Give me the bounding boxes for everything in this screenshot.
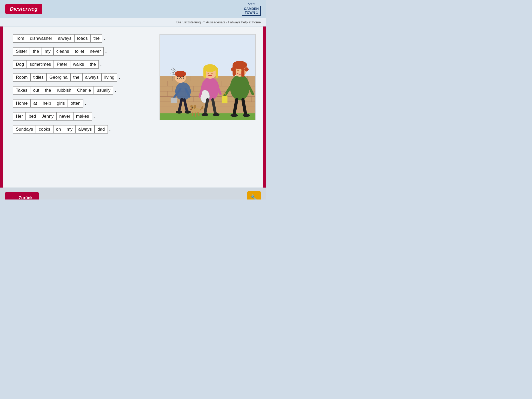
word-tile-s7-w2[interactable]: bed <box>26 112 39 121</box>
word-tile-s3-w2[interactable]: sometimes <box>27 60 54 69</box>
word-tile-s2-w5[interactable]: toilet <box>72 47 87 56</box>
svg-rect-53 <box>203 68 206 78</box>
word-tile-s1-w3[interactable]: always <box>55 34 74 43</box>
svg-point-70 <box>231 67 235 71</box>
camden-logo: ∿∿∿ CAMDENTOWN 1 <box>242 2 261 16</box>
footer: ← Zurück 🔧 <box>0 188 266 200</box>
word-tile-s1-w4[interactable]: loads <box>74 34 91 43</box>
sentence-period: . <box>115 88 116 93</box>
svg-point-97 <box>174 69 175 70</box>
svg-point-81 <box>230 114 238 117</box>
svg-rect-54 <box>216 68 218 78</box>
svg-rect-44 <box>171 98 177 103</box>
word-tile-s6-w4[interactable]: girls <box>54 99 68 108</box>
sentence-period: . <box>94 114 95 119</box>
back-button[interactable]: ← Zurück <box>5 192 39 200</box>
svg-point-73 <box>241 70 242 71</box>
word-tile-s5-w1[interactable]: Takes <box>13 86 30 95</box>
camden-box: CAMDENTOWN 1 <box>242 6 261 16</box>
word-tile-s3-w4[interactable]: walks <box>70 60 87 69</box>
sentence-period: . <box>104 36 105 41</box>
word-tile-s5-w4[interactable]: rubbish <box>54 86 74 95</box>
word-tile-s2-w6[interactable]: never <box>87 47 104 56</box>
svg-point-91 <box>190 109 192 110</box>
word-tile-s2-w2[interactable]: the <box>30 47 42 56</box>
word-tile-s7-w5[interactable]: makes <box>73 112 92 121</box>
back-button-label: Zurück <box>19 196 32 200</box>
word-tile-s4-w6[interactable]: living <box>102 73 117 82</box>
word-tile-s6-w3[interactable]: help <box>40 99 54 108</box>
svg-point-65 <box>230 75 250 100</box>
camden-wave: ∿∿∿ <box>248 2 255 5</box>
svg-point-71 <box>244 67 249 71</box>
svg-point-55 <box>208 73 209 74</box>
word-tile-s5-w6[interactable]: usually <box>94 86 113 95</box>
word-tile-s5-w3[interactable]: the <box>42 86 54 95</box>
word-tile-s1-w5[interactable]: the <box>91 34 103 43</box>
svg-point-72 <box>237 70 239 71</box>
svg-point-82 <box>243 114 250 117</box>
sentence-period: . <box>100 62 102 67</box>
word-tile-s8-w4[interactable]: my <box>64 125 76 134</box>
subtitle: Die Satzstellung im Aussagesatz / I alwa… <box>0 18 266 26</box>
word-tile-s4-w2[interactable]: tidies <box>30 73 46 82</box>
word-tile-s2-w4[interactable]: cleans <box>54 47 72 56</box>
svg-point-49 <box>185 110 191 114</box>
word-tile-s6-w1[interactable]: Home <box>13 99 30 108</box>
word-tile-s2-w1[interactable]: Sister <box>13 47 30 56</box>
word-tile-s8-w2[interactable]: cooks <box>36 125 53 134</box>
sentence-row-6: Homeathelpgirlsoften. <box>13 99 152 108</box>
sentence-period: . <box>105 49 107 54</box>
word-tile-s7-w1[interactable]: Her <box>13 112 26 121</box>
sentence-period: . <box>85 101 86 106</box>
svg-point-64 <box>213 113 220 116</box>
word-tile-s5-w5[interactable]: Charlie <box>74 86 94 95</box>
word-tile-s8-w5[interactable]: always <box>75 125 95 134</box>
left-decorative-bar <box>0 26 3 188</box>
word-tile-s3-w1[interactable]: Dog <box>13 60 27 69</box>
sentence-period: . <box>109 127 111 132</box>
svg-point-56 <box>211 73 213 74</box>
right-decorative-bar <box>263 26 266 188</box>
sentence-row-2: Sisterthemycleanstoiletnever. <box>13 47 152 56</box>
word-tile-s1-w2[interactable]: dishwasher <box>27 34 55 43</box>
sentence-row-5: TakesouttherubbishCharlieusually. <box>13 86 152 95</box>
word-tile-s1-w1[interactable]: Tom <box>13 34 27 43</box>
main-content: Tomdishwasheralwaysloadsthe.Sisterthemyc… <box>0 26 266 188</box>
word-tile-s5-w2[interactable]: out <box>30 86 42 95</box>
word-tile-s3-w3[interactable]: Peter <box>54 60 70 69</box>
sentence-period: . <box>119 75 120 80</box>
svg-point-38 <box>175 71 186 77</box>
tools-button[interactable]: 🔧 <box>247 191 261 200</box>
word-tile-s4-w3[interactable]: Georgina <box>46 73 70 82</box>
word-tile-s6-w5[interactable]: often <box>68 99 83 108</box>
word-tile-s6-w2[interactable]: at <box>30 99 40 108</box>
word-tile-s7-w4[interactable]: never <box>56 112 73 121</box>
word-tile-s8-w6[interactable]: dad <box>95 125 108 134</box>
svg-rect-76 <box>222 96 228 103</box>
sentence-row-7: HerbedJennynevermakes. <box>13 112 152 121</box>
word-tile-s8-w3[interactable]: on <box>53 125 64 134</box>
word-tile-s4-w1[interactable]: Room <box>13 73 30 82</box>
subtitle-text: Die Satzstellung im Aussagesatz / I alwa… <box>176 20 261 24</box>
word-tile-s2-w3[interactable]: my <box>42 47 54 56</box>
svg-point-63 <box>202 113 208 116</box>
header: Diesterweg ∿∿∿ CAMDENTOWN 1 <box>0 0 266 18</box>
sentence-row-4: RoomtidiesGeorginathealwaysliving. <box>13 73 152 82</box>
word-tile-s8-w1[interactable]: Sundays <box>13 125 36 134</box>
word-tile-s3-w5[interactable]: the <box>87 60 99 69</box>
word-tile-s4-w4[interactable]: the <box>70 73 82 82</box>
cartoon-illustration <box>159 34 256 120</box>
sentence-row-3: DogsometimesPeterwalksthe. <box>13 60 152 69</box>
word-tile-s7-w3[interactable]: Jenny <box>39 112 56 121</box>
sentence-row-1: Tomdishwasheralwaysloadsthe. <box>13 34 152 43</box>
word-tile-s4-w5[interactable]: always <box>82 73 102 82</box>
back-arrow-icon: ← <box>11 195 16 200</box>
svg-point-48 <box>176 110 182 114</box>
diesterweg-logo: Diesterweg <box>5 4 42 14</box>
svg-point-90 <box>192 107 193 108</box>
image-area: ◄ <box>159 32 258 182</box>
svg-point-95 <box>172 72 174 74</box>
sentences-area: Tomdishwasheralwaysloadsthe.Sisterthemyc… <box>8 32 152 182</box>
svg-point-96 <box>172 77 173 78</box>
